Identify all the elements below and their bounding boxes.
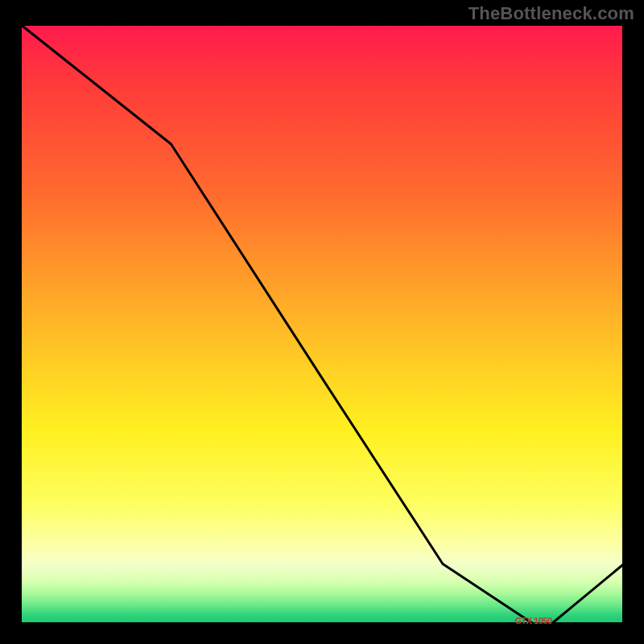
plot-area: GTX 1050 bbox=[20, 24, 624, 624]
annotation-label: GTX 1050 bbox=[514, 616, 551, 625]
chart-line bbox=[20, 24, 624, 624]
watermark-text: TheBottleneck.com bbox=[469, 3, 634, 24]
chart-stage: TheBottleneck.com GTX 1050 bbox=[0, 0, 644, 644]
chart-line-path bbox=[20, 24, 624, 624]
